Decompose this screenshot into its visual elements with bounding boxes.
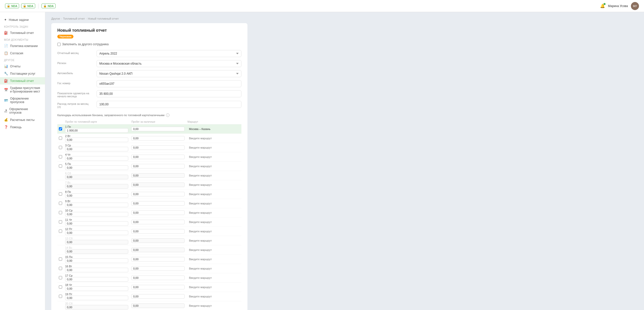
card-km-input[interactable] xyxy=(65,138,128,142)
day-checkbox[interactable] xyxy=(59,164,62,168)
day-checkbox[interactable] xyxy=(59,146,62,149)
route-input[interactable] xyxy=(188,136,240,140)
card-km-input[interactable] xyxy=(65,286,128,291)
cash-km-input[interactable] xyxy=(131,145,184,150)
route-input[interactable] xyxy=(188,267,240,271)
card-km-input[interactable] xyxy=(65,231,128,235)
sidebar-item-agreements[interactable]: 📋 Согласия xyxy=(0,50,45,57)
card-km-input[interactable] xyxy=(65,184,128,189)
day-checkbox[interactable] xyxy=(59,267,62,270)
cash-km-input[interactable] xyxy=(131,229,184,234)
cash-km-input[interactable] xyxy=(131,127,184,131)
card-km-input[interactable] xyxy=(65,175,128,179)
sidebar-item-fuel-report-control[interactable]: ⛽ Топливный отчет xyxy=(0,29,45,36)
odometer-input[interactable] xyxy=(97,90,241,97)
card-km-input[interactable] xyxy=(65,147,128,151)
day-checkbox[interactable] xyxy=(59,220,62,224)
day-checkbox[interactable] xyxy=(59,211,62,214)
route-input[interactable] xyxy=(188,211,240,215)
route-input[interactable] xyxy=(188,201,240,205)
card-km-input[interactable] xyxy=(65,296,128,300)
route-input[interactable] xyxy=(188,146,240,150)
region-select[interactable]: Москва и Московская область xyxy=(97,60,241,67)
cash-km-input[interactable] xyxy=(131,201,184,206)
sidebar-item-suppliers[interactable]: 🔧 Поставщики услуг xyxy=(0,70,45,77)
breadcrumb-fuel-report[interactable]: Топливный отчет xyxy=(63,17,85,20)
sidebar-item-payroll[interactable]: 💰 Расчетные листы xyxy=(0,116,45,123)
route-input[interactable] xyxy=(188,285,240,289)
cash-km-input[interactable] xyxy=(131,155,184,159)
route-input[interactable] xyxy=(188,304,240,308)
cash-km-input[interactable] xyxy=(131,136,184,141)
route-input[interactable] xyxy=(188,248,240,252)
route-input[interactable] xyxy=(188,127,240,131)
day-checkbox[interactable] xyxy=(59,257,62,261)
sidebar-item-reports[interactable]: 📊 Отчеты xyxy=(0,63,45,70)
card-km-input[interactable] xyxy=(65,128,128,133)
route-input[interactable] xyxy=(188,155,240,159)
card-km-input[interactable] xyxy=(65,305,128,309)
card-km-input[interactable] xyxy=(65,221,128,226)
route-input[interactable] xyxy=(188,220,240,224)
nda-badge-3[interactable]: 🔒 NDA xyxy=(41,4,56,8)
card-km-input[interactable] xyxy=(65,277,128,282)
cash-km-input[interactable] xyxy=(131,257,184,261)
day-checkbox[interactable] xyxy=(59,127,62,130)
fuel-consumption-input[interactable] xyxy=(97,101,241,108)
cash-km-input[interactable] xyxy=(131,220,184,224)
cash-km-input[interactable] xyxy=(131,210,184,215)
card-km-input[interactable] xyxy=(65,203,128,207)
info-icon[interactable]: i xyxy=(166,113,169,117)
sidebar-item-new-tasks[interactable]: ✦ Новые задачи xyxy=(0,16,45,23)
day-checkbox[interactable] xyxy=(59,230,62,233)
sidebar-item-help[interactable]: ❓ Помощь xyxy=(0,123,45,131)
breadcrumb-other[interactable]: Другое xyxy=(51,17,60,20)
reporting-month-select[interactable]: Апрель 2022 xyxy=(97,50,241,57)
sidebar-item-vacations[interactable]: 🏖 Оформление отпусков xyxy=(0,106,45,116)
route-input[interactable] xyxy=(188,294,240,298)
sidebar-item-fuel-active[interactable]: ⛽ Топливный отчет xyxy=(0,77,45,84)
sidebar-item-attendance[interactable]: 📅 Графики присутствия и бронирование мес… xyxy=(0,84,45,95)
card-km-input[interactable] xyxy=(65,268,128,272)
fill-for-other-checkbox[interactable] xyxy=(57,43,61,46)
cash-km-input[interactable] xyxy=(131,192,184,196)
card-km-input[interactable] xyxy=(65,193,128,198)
cash-km-input[interactable] xyxy=(131,276,184,280)
notification-bell[interactable]: 🔔 xyxy=(600,4,605,8)
car-select[interactable]: Nissan Qashqai 2.0 АКП xyxy=(97,70,241,77)
avatar[interactable]: МУ xyxy=(631,2,639,10)
route-input[interactable] xyxy=(188,239,240,243)
cash-km-input[interactable] xyxy=(131,285,184,289)
route-input[interactable] xyxy=(188,164,240,168)
route-input[interactable] xyxy=(188,229,240,233)
route-input[interactable] xyxy=(188,183,240,187)
cash-km-input[interactable] xyxy=(131,173,184,178)
cash-km-input[interactable] xyxy=(131,183,184,187)
day-checkbox[interactable] xyxy=(59,295,62,298)
day-checkbox[interactable] xyxy=(59,276,62,279)
route-input[interactable] xyxy=(188,276,240,280)
cash-km-input[interactable] xyxy=(131,303,184,308)
day-checkbox[interactable] xyxy=(59,202,62,205)
sidebar-item-company-policy[interactable]: 📄 Политика компании xyxy=(0,42,45,50)
day-checkbox[interactable] xyxy=(59,137,62,140)
sidebar-item-passes[interactable]: 🪪 Оформление пропусков xyxy=(0,95,45,106)
day-checkbox[interactable] xyxy=(59,155,62,158)
cash-km-input[interactable] xyxy=(131,294,184,299)
nda-badge-2[interactable]: 🔒 NDA xyxy=(21,4,35,8)
route-input[interactable] xyxy=(188,257,240,261)
plate-input[interactable] xyxy=(97,80,241,87)
day-checkbox[interactable] xyxy=(59,285,62,289)
cash-km-input[interactable] xyxy=(131,238,184,243)
route-input[interactable] xyxy=(188,173,240,178)
card-km-input[interactable] xyxy=(65,249,128,254)
route-input[interactable] xyxy=(188,192,240,196)
cash-km-input[interactable] xyxy=(131,248,184,252)
cash-km-input[interactable] xyxy=(131,164,184,168)
card-km-input[interactable] xyxy=(65,165,128,170)
card-km-input[interactable] xyxy=(65,258,128,263)
cash-km-input[interactable] xyxy=(131,266,184,271)
card-km-input[interactable] xyxy=(65,212,128,216)
nda-badge-1[interactable]: 🔒 NDA xyxy=(5,4,19,8)
card-km-input[interactable] xyxy=(65,240,128,244)
